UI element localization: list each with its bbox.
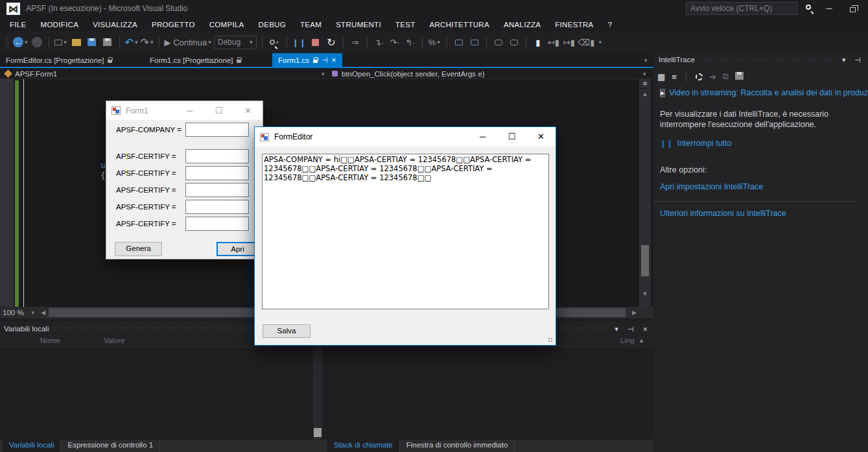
tab-formeditor-designer[interactable]: FormEditor.cs [Progettazione]	[0, 53, 118, 67]
restore-button[interactable]	[843, 4, 862, 14]
pin-tab-icon[interactable]: ⊤	[320, 57, 329, 64]
intellitrace-settings-link[interactable]: Apri impostazioni IntelliTrace	[660, 182, 763, 191]
menu-item-9[interactable]: ARCHITETTURA	[423, 21, 497, 29]
events-view-icon[interactable]: ▦	[657, 72, 665, 82]
menu-item-12[interactable]: ?	[601, 21, 620, 29]
minimize-button[interactable]: ─	[468, 127, 497, 146]
editor-split-handle[interactable]: ≑	[639, 79, 651, 89]
locals-tab-0[interactable]: Variabili locali	[3, 440, 61, 452]
undo-button[interactable]: ↶▾	[125, 35, 138, 49]
view-code-button[interactable]	[468, 35, 481, 49]
type-dropdown[interactable]: APSF.Form1	[5, 68, 57, 79]
member-dropdown-arrow[interactable]: ▾	[643, 71, 646, 77]
scroll-left-icon[interactable]: ◀	[41, 309, 45, 316]
new-file-button[interactable]: ▾	[54, 35, 67, 49]
comment-button[interactable]	[492, 35, 505, 49]
salva-button[interactable]: Salva	[263, 324, 311, 338]
redo-button[interactable]: ↷▾	[141, 35, 154, 49]
find-button[interactable]: ▾	[268, 35, 281, 49]
form1-field-0[interactable]	[185, 123, 249, 137]
close-button[interactable]: ✕	[233, 101, 263, 120]
search-icon[interactable]	[806, 5, 811, 10]
menu-item-8[interactable]: TEST	[388, 21, 423, 29]
scroll-up-icon[interactable]: ▲	[639, 91, 651, 97]
break-all-row[interactable]: ❙❙ Interrompi tutto	[660, 139, 732, 148]
callstack-panel-body[interactable]	[322, 347, 653, 440]
maximize-button[interactable]: ☐	[497, 127, 526, 146]
pin-icon[interactable]: ⊤	[854, 54, 862, 65]
timeline-icon[interactable]: ⧉	[723, 71, 729, 82]
formeditor-window[interactable]: FormEditor ─ ☐ ✕ APSA-COMPANY = hi□□APSA…	[254, 126, 556, 346]
restart-button[interactable]: ↻	[325, 35, 338, 49]
column-valore[interactable]: Valore	[104, 337, 124, 344]
menu-item-6[interactable]: TEAM	[293, 21, 329, 29]
apri-button[interactable]: Apri	[217, 242, 259, 256]
view-designer-button[interactable]	[452, 35, 465, 49]
scrollbar-thumb[interactable]	[314, 428, 322, 437]
menu-item-11[interactable]: FINESTRA	[548, 21, 600, 29]
form1-field-2[interactable]	[185, 166, 249, 180]
calls-view-icon[interactable]: ≡	[672, 72, 677, 82]
save-all-button[interactable]	[101, 35, 114, 49]
tab-form1-designer[interactable]: Form1.cs [Progettazione]	[144, 53, 247, 67]
video-link-row[interactable]: ▶ Video in streaming: Raccolta e analisi…	[660, 88, 868, 97]
previous-bookmark-button[interactable]: ↤▮	[547, 35, 560, 49]
menu-item-5[interactable]: DEBUG	[252, 21, 293, 29]
tab-list-dropdown[interactable]: ▾	[644, 57, 648, 64]
close-icon[interactable]: ×	[640, 324, 650, 334]
hex-display-button[interactable]: %▾	[428, 35, 441, 49]
close-button[interactable]: ✕	[526, 127, 556, 146]
minimize-button[interactable]: ─	[175, 101, 204, 120]
intellitrace-header[interactable]: IntelliTrace ▾ ⊤	[653, 53, 868, 66]
locals-tab-1[interactable]: Espressione di controllo 1	[61, 440, 160, 452]
form1-field-1[interactable]	[185, 149, 249, 163]
next-bookmark-button[interactable]: ↦▮	[563, 35, 576, 49]
navigate-forward-button[interactable]: →	[30, 35, 43, 49]
window-position-icon[interactable]: ▾	[840, 56, 848, 64]
break-all-link[interactable]: Interrompi tutto	[677, 139, 731, 148]
maximize-button[interactable]: ☐	[204, 101, 233, 120]
save-button[interactable]	[86, 35, 99, 49]
menu-item-4[interactable]: COMPILA	[202, 21, 252, 29]
close-tab-icon[interactable]: ×	[332, 56, 336, 65]
code-line-1[interactable]: {	[100, 171, 106, 180]
toggle-bookmark-button[interactable]: ▮	[532, 35, 545, 49]
scrollbar-thumb[interactable]	[641, 245, 649, 276]
video-streaming-link[interactable]: Video in streaming: Raccolta e analisi d…	[669, 88, 868, 97]
clear-bookmarks-button[interactable]: ⌫▮	[578, 35, 595, 49]
open-file-button[interactable]	[70, 35, 83, 49]
form1-field-5[interactable]	[185, 217, 249, 231]
menu-item-1[interactable]: MODIFICA	[34, 21, 86, 29]
form1-window[interactable]: Form1 ─ ☐ ✕ APSF-COMPANY =APSF-CERTIFY =…	[106, 101, 263, 259]
intellitrace-more-info-link[interactable]: Ulteriori informazioni su IntelliTrace	[660, 209, 786, 218]
toolbar-grip[interactable]	[6, 36, 8, 48]
scroll-up-icon[interactable]: ▲	[639, 337, 644, 344]
genera-button[interactable]: Genera	[115, 242, 162, 256]
continue-button[interactable]: ▶ Continua▾	[165, 35, 211, 49]
settings-gear-icon[interactable]	[696, 73, 703, 80]
toolbar-overflow-button[interactable]: ▾	[598, 39, 602, 45]
pin-icon[interactable]: ⊤	[626, 324, 635, 334]
step-out-button[interactable]: ↰·	[404, 35, 417, 49]
menu-item-10[interactable]: ANALIZZA	[497, 21, 548, 29]
menu-item-2[interactable]: VISUALIZZA	[86, 21, 145, 29]
form1-field-4[interactable]	[185, 200, 249, 214]
scroll-right-icon[interactable]: ▶	[632, 309, 637, 316]
show-next-statement-button[interactable]: ⇒	[349, 35, 362, 49]
scroll-down-icon[interactable]: ▼	[639, 291, 651, 297]
locals-panel-body[interactable]	[0, 347, 322, 440]
step-into-button[interactable]: ↴·	[373, 35, 386, 49]
callstack-tab-0[interactable]: Stack di chiamate	[327, 440, 400, 452]
menu-item-3[interactable]: PROGETTO	[145, 21, 202, 29]
editor-vertical-scrollbar[interactable]: ▲ ▼	[639, 79, 651, 307]
window-position-icon[interactable]: ▾	[613, 325, 620, 333]
type-dropdown-arrow[interactable]: ▾	[322, 71, 325, 77]
tab-form1-code[interactable]: Form1.cs ⊤ ×	[272, 53, 342, 67]
callstack-tab-1[interactable]: Finestra di controllo immediato	[400, 440, 515, 452]
zoom-level-select[interactable]: 100 %▾ ◀	[3, 307, 45, 318]
menu-item-0[interactable]: FILE	[3, 21, 34, 29]
goto-event-icon[interactable]: ➜	[709, 72, 716, 82]
editor-textbox[interactable]: APSA-COMPANY = hi□□APSA-CERTIAY = 123456…	[262, 154, 549, 309]
member-dropdown[interactable]: btnOpen_Click(object sender, EventArgs e…	[332, 68, 485, 79]
menu-item-7[interactable]: STRUMENTI	[329, 21, 388, 29]
